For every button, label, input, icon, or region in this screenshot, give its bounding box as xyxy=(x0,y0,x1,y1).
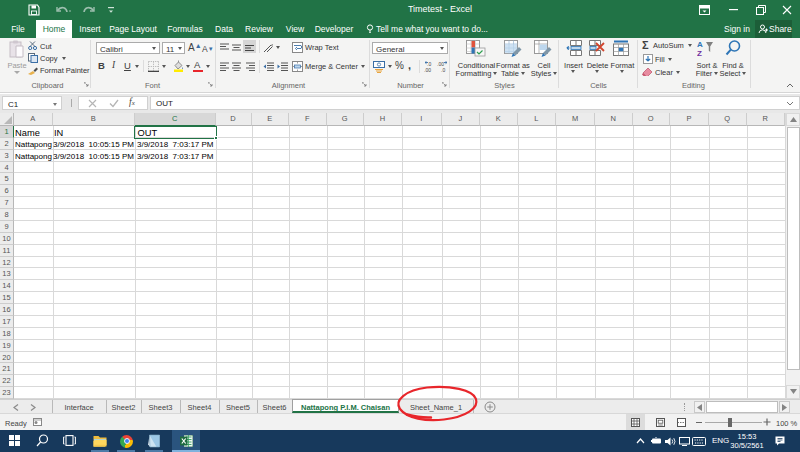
svg-text:.0: .0 xyxy=(441,67,445,73)
svg-text:.00: .00 xyxy=(424,67,431,73)
svg-text:Z: Z xyxy=(697,49,702,57)
